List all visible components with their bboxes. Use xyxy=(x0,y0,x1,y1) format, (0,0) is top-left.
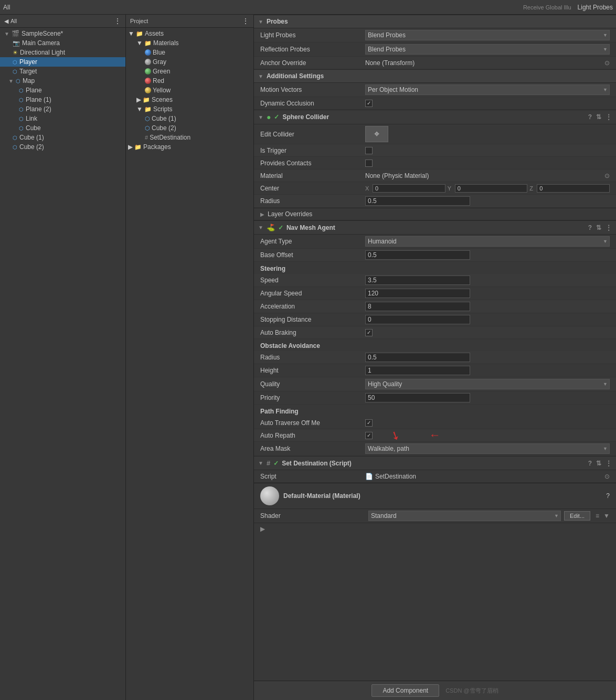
sphere-collider-help[interactable]: ? xyxy=(588,113,592,121)
hierarchy-item-label: Plane (1) xyxy=(26,96,51,103)
hierarchy-item-map[interactable]: ▼ ⬡ Map xyxy=(0,76,125,86)
collider-material-icon[interactable]: ⊙ xyxy=(604,172,610,179)
nav-mesh-help[interactable]: ? xyxy=(588,224,592,231)
obstacle-radius-input[interactable] xyxy=(365,353,470,362)
base-offset-input[interactable] xyxy=(365,250,470,260)
provides-contacts-checkbox[interactable] xyxy=(365,160,373,167)
scripts-label: Scripts xyxy=(153,105,173,113)
packages-folder[interactable]: ▶ 📁 Packages xyxy=(126,142,253,152)
sphere-collider-settings[interactable]: ⇅ xyxy=(596,113,601,121)
anchor-override-icon[interactable]: ⊙ xyxy=(604,59,610,67)
material-red[interactable]: Red xyxy=(126,76,253,86)
hierarchy-item-directionallight[interactable]: ☀ Directional Light xyxy=(0,48,125,57)
hierarchy-item-cube2[interactable]: ⬡ Cube (2) xyxy=(0,142,125,152)
set-destination-settings[interactable]: ⇅ xyxy=(596,460,601,467)
center-y-input[interactable] xyxy=(455,184,528,193)
set-destination-header[interactable]: ▼ # ✓ Set Destination (Script) ? ⇅ ⋮ xyxy=(254,456,616,470)
script-setdestination[interactable]: # SetDestination xyxy=(126,133,253,142)
sphere-collider-header[interactable]: ▼ ● ✓ Sphere Collider ? ⇅ ⋮ xyxy=(254,110,616,124)
materials-folder[interactable]: ▼ 📁 Materials xyxy=(126,38,253,48)
project-menu[interactable]: ⋮ xyxy=(242,17,249,25)
material-ball-preview xyxy=(260,486,279,505)
script-cube2[interactable]: ⬡ Cube (2) xyxy=(126,123,253,133)
priority-input[interactable] xyxy=(365,393,470,402)
hierarchy-item-link[interactable]: ⬡ Link xyxy=(0,114,125,123)
set-destination-menu[interactable]: ⋮ xyxy=(606,460,612,467)
height-input[interactable] xyxy=(365,366,470,375)
add-component-button[interactable]: Add Component xyxy=(371,684,439,697)
material-blue[interactable]: Blue xyxy=(126,48,253,57)
material-help[interactable]: ? xyxy=(606,492,610,500)
hierarchy-item-maincamera[interactable]: 📷 Main Camera xyxy=(0,38,125,48)
hierarchy-item-label: Cube (2) xyxy=(19,143,44,151)
hierarchy-item-cube1[interactable]: ⬡ Cube (1) xyxy=(0,133,125,142)
angular-speed-input[interactable] xyxy=(365,289,470,298)
hierarchy-scene[interactable]: ▼ 🎬 SampleScene* xyxy=(0,29,125,38)
additional-settings-header[interactable]: ▼ Additional Settings xyxy=(254,69,616,83)
light-probes-label: Light Probes xyxy=(260,31,365,39)
stopping-distance-input[interactable] xyxy=(365,315,470,324)
hierarchy-menu[interactable]: ⋮ xyxy=(114,17,121,25)
sphere-collider-check[interactable]: ✓ xyxy=(274,113,279,121)
hierarchy-item-plane2[interactable]: ⬡ Plane (2) xyxy=(0,104,125,114)
material-green[interactable]: Green xyxy=(126,67,253,76)
inspector-scroll[interactable]: ▼ Probes Light Probes Blend Probes Refle… xyxy=(254,15,616,681)
auto-traverse-checkbox[interactable]: ✓ xyxy=(365,419,373,427)
shader-select-wrapper[interactable]: Standard xyxy=(368,511,561,521)
quality-select-wrapper[interactable]: High Quality xyxy=(365,379,610,389)
collider-radius-input[interactable] xyxy=(365,196,470,206)
sphere-collider-menu[interactable]: ⋮ xyxy=(606,113,612,121)
set-destination-help[interactable]: ? xyxy=(588,460,592,467)
reflection-probes-select[interactable]: Blend Probes xyxy=(365,44,610,55)
auto-braking-checkbox[interactable]: ✓ xyxy=(365,329,373,336)
hierarchy-item-plane1[interactable]: ⬡ Plane (1) xyxy=(0,95,125,104)
material-gray[interactable]: Gray xyxy=(126,57,253,67)
speed-input[interactable] xyxy=(365,275,470,285)
light-probes-select-wrapper[interactable]: Blend Probes xyxy=(365,30,610,40)
hierarchy-item-label: Main Camera xyxy=(22,39,60,47)
nav-mesh-menu[interactable]: ⋮ xyxy=(606,224,612,231)
area-mask-select[interactable]: Walkable, path xyxy=(365,443,610,454)
assets-folder[interactable]: ▼ 📁 Assets xyxy=(126,29,253,38)
material-collapse-arrow[interactable]: ▶ xyxy=(260,525,265,533)
edit-collider-button[interactable]: ⌖ xyxy=(365,126,388,142)
anchor-override-row: Anchor Override None (Transform) ⊙ xyxy=(254,57,616,69)
shader-select[interactable]: Standard xyxy=(368,511,561,521)
center-y-field: Y xyxy=(448,184,528,193)
material-list-icon[interactable]: ≡ xyxy=(596,512,599,519)
is-trigger-checkbox[interactable] xyxy=(365,147,373,154)
motion-vectors-select[interactable]: Per Object Motion xyxy=(365,84,610,95)
material-yellow[interactable]: Yellow xyxy=(126,86,253,95)
area-mask-select-wrapper[interactable]: Walkable, path xyxy=(365,443,610,454)
edit-button[interactable]: Edit... xyxy=(564,511,590,521)
motion-vectors-select-wrapper[interactable]: Per Object Motion xyxy=(365,84,610,95)
dynamic-occlusion-checkbox[interactable]: ✓ xyxy=(365,100,373,107)
script-icon[interactable]: ⊙ xyxy=(604,473,610,480)
acceleration-label: Acceleration xyxy=(260,303,365,310)
script-cube1[interactable]: ⬡ Cube (1) xyxy=(126,114,253,123)
nav-mesh-settings[interactable]: ⇅ xyxy=(596,224,601,231)
hierarchy-header: ◀ All ⋮ xyxy=(0,15,125,28)
nav-mesh-check[interactable]: ✓ xyxy=(278,224,283,231)
agent-type-select-wrapper[interactable]: Humanoid xyxy=(365,236,610,247)
set-destination-check[interactable]: ✓ xyxy=(273,460,279,467)
reflection-probes-select-wrapper[interactable]: Blend Probes xyxy=(365,44,610,55)
scripts-folder[interactable]: ▼ 📁 Scripts xyxy=(126,104,253,114)
light-probes-select[interactable]: Blend Probes xyxy=(365,30,610,40)
hierarchy-item-player[interactable]: ⬡ Player xyxy=(0,57,125,67)
auto-repath-checkbox[interactable]: ✓ xyxy=(365,432,373,439)
acceleration-input[interactable] xyxy=(365,302,470,311)
center-x-input[interactable] xyxy=(373,184,445,193)
quality-label: Quality xyxy=(260,380,365,388)
layer-overrides-header[interactable]: ▶ Layer Overrides xyxy=(254,208,616,220)
quality-select[interactable]: High Quality xyxy=(365,379,610,389)
material-dropdown-icon[interactable]: ▼ xyxy=(603,512,610,519)
scenes-folder[interactable]: ▶ 📁 Scenes xyxy=(126,95,253,104)
hierarchy-item-target[interactable]: ⬡ Target xyxy=(0,67,125,76)
agent-type-select[interactable]: Humanoid xyxy=(365,236,610,247)
hierarchy-item-cube[interactable]: ⬡ Cube xyxy=(0,123,125,133)
nav-mesh-agent-header[interactable]: ▼ ⛳ ✓ Nav Mesh Agent ? ⇅ ⋮ xyxy=(254,220,616,235)
probes-section-header[interactable]: ▼ Probes xyxy=(254,15,616,28)
hierarchy-item-plane[interactable]: ⬡ Plane xyxy=(0,86,125,95)
center-z-input[interactable] xyxy=(537,184,610,193)
